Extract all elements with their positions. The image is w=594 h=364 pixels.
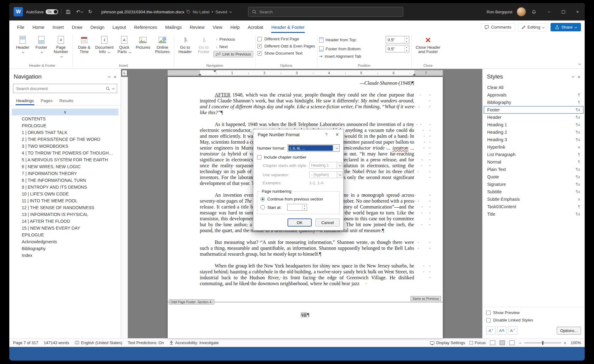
ribbon-tab-insert[interactable]: Insert <box>48 22 68 33</box>
disable-linked-styles-row[interactable]: Disable Linked Styles <box>486 318 581 322</box>
dialog-title-bar[interactable]: Page Number Format ? × <box>253 129 343 140</box>
left-indent-marker[interactable] <box>198 74 202 75</box>
footer-from-bottom-input[interactable]: 0.5" ▲▼ <box>386 45 409 52</box>
separator-select[interactable]: - (hyphen) <box>309 171 343 178</box>
nav-heading-item[interactable]: Index <box>12 252 118 259</box>
manage-styles-button[interactable]: A✓ <box>508 326 517 335</box>
nav-heading-item[interactable]: 9 | ENTROPY AND ITS DEMONS <box>12 184 118 191</box>
option-different-odd-even-pages[interactable]: Different Odd & Even Pages <box>257 44 315 48</box>
titlebar-extra-icon[interactable] <box>530 8 537 16</box>
zoom-level[interactable]: 100% <box>571 340 581 345</box>
go-to-header-button[interactable]: ↑ Go to Header <box>176 34 194 55</box>
ribbon-tab-mailings[interactable]: Mailings <box>161 22 186 33</box>
header-button[interactable]: Header <box>14 34 32 55</box>
search-document-box[interactable] <box>13 84 117 93</box>
start-at-radio[interactable] <box>261 205 265 209</box>
nav-heading-item[interactable]: 15 | NEW NEWS EVERY DAY <box>12 225 118 231</box>
nav-heading-item[interactable]: Acknowledgments <box>12 238 118 245</box>
nav-heading-item[interactable]: 11 | INTO THE MEME POOL <box>12 197 118 204</box>
nav-tab-headings[interactable]: Headings <box>13 96 37 105</box>
pane-options-button[interactable] <box>572 76 574 78</box>
spinner-buttons[interactable]: ▲▼ <box>404 45 409 52</box>
quick-parts-button[interactable]: Quick Parts <box>115 34 133 55</box>
first-line-indent-marker[interactable] <box>213 70 216 72</box>
search-document-input[interactable] <box>16 86 104 91</box>
ribbon-tab-acrobat[interactable]: Acrobat <box>244 22 267 33</box>
text-predictions[interactable]: Text Predictions: On <box>128 340 164 345</box>
close-button[interactable]: × <box>570 3 585 20</box>
zoom-slider[interactable] <box>524 343 561 343</box>
styles-options-button[interactable]: Options... <box>557 327 581 335</box>
nav-heading-item[interactable]: CONTENTS <box>12 115 118 122</box>
nav-heading-item[interactable]: 6 | NEW WIRES, NEW LOGIC <box>12 163 118 170</box>
share-button[interactable]: Share <box>551 23 581 31</box>
nav-heading-item[interactable]: 4 | TO THROW THE POWERS OF THOUGHT INTO.… <box>12 150 118 156</box>
maximize-button[interactable] <box>556 3 570 20</box>
nav-heading-item[interactable]: 13 | INFORMATION IS PHYSICAL <box>12 211 118 218</box>
nav-heading-item[interactable]: PROLOGUE <box>12 122 118 129</box>
link-to-previous-button[interactable]: Link to Previous <box>213 51 254 57</box>
number-format-select[interactable]: i, ii, iii, ... <box>288 144 340 152</box>
header-from-top-input[interactable]: 0.5" ▲▼ <box>386 36 409 43</box>
nav-tab-pages[interactable]: Pages <box>38 96 56 105</box>
ribbon-tab-layout[interactable]: Layout <box>108 22 130 33</box>
page-number-button[interactable]: Page Number <box>51 34 71 59</box>
right-indent-marker[interactable] <box>413 74 416 75</box>
nav-heading-item[interactable]: 10 | LIFE'S OWN CODE <box>12 191 118 197</box>
ribbon-tab-references[interactable]: References <box>130 22 161 33</box>
save-button[interactable] <box>65 8 72 16</box>
accessibility-status[interactable]: Accessibility: Investigate <box>170 340 219 345</box>
tab-stop-selector[interactable]: L <box>122 70 127 76</box>
style-item-footer[interactable]: Footer¶a <box>484 106 583 114</box>
style-item-clear-all[interactable]: Clear All <box>484 84 583 91</box>
go-to-footer-button[interactable]: ↓ Go to Footer <box>195 34 213 55</box>
nav-heading-item[interactable]: Bibliography <box>12 245 118 252</box>
continue-from-previous-row[interactable]: Continue from previous section <box>261 197 336 201</box>
ok-button[interactable]: OK <box>288 218 312 227</box>
nav-heading-item[interactable]: 12 | THE SENSE OF RANDOMNESS <box>12 204 118 211</box>
ribbon-tab-home[interactable]: Home <box>28 22 48 33</box>
dialog-help-button[interactable]: ? <box>322 132 331 137</box>
style-item-plain-text[interactable]: Plain Text¶a <box>484 166 583 173</box>
document-paragraph[interactable]: AFTER 1948, which was the crucial year, … <box>200 92 414 115</box>
style-item-list-paragraph[interactable]: List Paragraph¶ <box>484 151 583 158</box>
style-item-signature[interactable]: Signature¶a <box>484 181 583 188</box>
web-layout-button[interactable] <box>509 340 515 345</box>
cancel-button[interactable]: Cancel <box>315 218 340 227</box>
nav-heading-item[interactable]: 1 | DRUMS THAT TALK <box>12 129 118 136</box>
style-item-task03content[interactable]: Task03Content¶ <box>484 203 583 210</box>
close-pane-button[interactable]: × <box>578 74 580 79</box>
document-paragraph[interactable]: —Claude Shannon (1948)¶ <box>200 80 414 86</box>
display-settings-button[interactable]: Display Settings <box>430 340 465 345</box>
nav-tab-results[interactable]: Results <box>56 96 76 105</box>
nav-heading-item[interactable]: 3 | TWO WORDBOOKS <box>12 143 118 150</box>
zoom-slider-thumb[interactable] <box>542 341 543 345</box>
nav-heading-item[interactable]: 2 | THE PERSISTENCE OF THE WORD <box>12 136 118 143</box>
online-pictures-button[interactable]: Online Pictures <box>153 34 172 55</box>
document-paragraph[interactable]: But measuring what? “A unit for measurin… <box>200 239 414 257</box>
nav-heading-item[interactable]: 14 | AFTER THE FLOOD <box>12 218 118 225</box>
autosave-toggle[interactable]: On <box>46 9 58 14</box>
style-inspector-button[interactable]: A <box>497 326 506 335</box>
dialog-close-button[interactable]: × <box>331 129 343 140</box>
style-item-heading-3[interactable]: Heading 3¶a <box>484 136 583 143</box>
include-chapter-checkbox[interactable] <box>257 155 261 160</box>
page-indicator[interactable]: Page 7 of 317 <box>13 340 38 345</box>
ribbon-tab-design[interactable]: Design <box>86 22 108 33</box>
horizontal-ruler[interactable]: 1234567 <box>128 69 482 77</box>
nav-heading-item[interactable]: 8 | THE INFORMATIONAL TURN <box>12 177 118 184</box>
pane-options-button[interactable] <box>108 76 110 78</box>
style-item-title[interactable]: Title¶a <box>484 210 583 218</box>
style-item-normal[interactable]: Normal¶ <box>484 158 583 166</box>
style-item-header[interactable]: Header¶a <box>484 114 583 121</box>
comments-button[interactable]: Comments <box>481 23 515 31</box>
page-number-field[interactable]: vii <box>301 312 307 317</box>
ribbon-tab-file[interactable]: File <box>13 22 28 33</box>
footer-button[interactable]: Footer <box>32 34 50 55</box>
proofing-status[interactable]: English (United States) <box>75 340 122 345</box>
ribbon-tab-view[interactable]: View <box>209 22 226 33</box>
option-show-document-text[interactable]: Show Document Text <box>257 51 315 56</box>
word-logo-icon[interactable]: W <box>14 7 23 16</box>
option-different-first-page[interactable]: Different First Page <box>257 37 315 41</box>
insert-alignment-tab-button[interactable]: ⇥ Insert Alignment Tab <box>319 54 409 59</box>
